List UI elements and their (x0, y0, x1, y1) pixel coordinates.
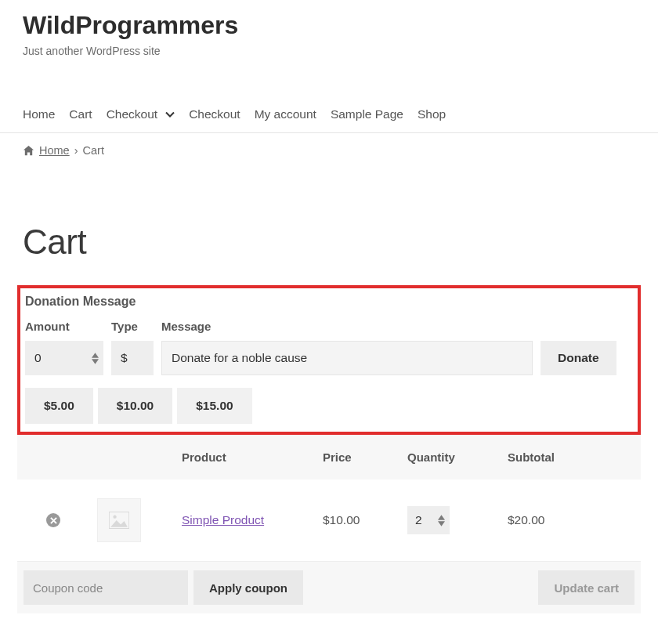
col-subtotal: Subtotal (500, 435, 641, 479)
donation-type-label: Type (111, 320, 154, 333)
update-cart-button[interactable]: Update cart (538, 570, 634, 605)
apply-coupon-button[interactable]: Apply coupon (193, 570, 303, 605)
price-value: $10.00 (315, 479, 400, 562)
nav-item-shop[interactable]: Shop (418, 107, 446, 121)
home-icon (23, 145, 34, 157)
nav-item-checkout[interactable]: Checkout (189, 107, 240, 121)
nav-item-sample-page[interactable]: Sample Page (331, 107, 403, 121)
col-quantity: Quantity (400, 435, 500, 479)
donate-button[interactable]: Donate (540, 341, 616, 375)
col-price: Price (315, 435, 400, 479)
product-thumbnail[interactable] (97, 498, 141, 542)
subtotal-value: $20.00 (500, 479, 641, 562)
donation-message-input[interactable] (161, 341, 533, 375)
number-spinner-icon[interactable] (92, 353, 99, 364)
table-row: Simple Product $10.00 $20.00 (17, 479, 641, 562)
nav-item-checkout-parent[interactable]: Checkout (107, 107, 175, 121)
site-title: WildProgrammers (23, 0, 635, 40)
nav-item-label: Checkout (107, 107, 157, 121)
placeholder-image-icon (109, 512, 129, 529)
donation-heading: Donation Message (24, 295, 634, 309)
nav-item-my-account[interactable]: My account (255, 107, 316, 121)
chevron-down-icon (165, 110, 175, 119)
breadcrumb-current: Cart (83, 144, 104, 157)
donation-box: Donation Message Amount Type $ Message (17, 285, 641, 435)
col-remove (17, 435, 89, 479)
donation-amount-label: Amount (25, 320, 103, 333)
number-spinner-icon[interactable] (438, 515, 445, 526)
donation-preset-2[interactable]: $10.00 (98, 388, 172, 424)
nav-item-home[interactable]: Home (23, 107, 55, 121)
cart-actions: Apply coupon Update cart (17, 562, 641, 613)
donation-preset-1[interactable]: $5.00 (25, 388, 93, 424)
page-title: Cart (0, 223, 658, 262)
remove-item-button[interactable] (46, 513, 60, 527)
breadcrumb: Home › Cart (0, 133, 658, 168)
donation-message-label: Message (161, 320, 533, 333)
svg-point-1 (113, 516, 116, 519)
nav-item-cart[interactable]: Cart (69, 107, 92, 121)
breadcrumb-home-link[interactable]: Home (39, 144, 70, 157)
coupon-code-input[interactable] (24, 570, 188, 605)
cart-table: Product Price Quantity Subtotal Simple (17, 435, 641, 562)
col-thumb (89, 435, 174, 479)
donation-preset-3[interactable]: $15.00 (177, 388, 251, 424)
col-product: Product (174, 435, 315, 479)
close-icon (50, 517, 57, 524)
product-link[interactable]: Simple Product (182, 513, 264, 526)
breadcrumb-separator: › (74, 144, 78, 157)
site-tagline: Just another WordPress site (23, 45, 635, 57)
primary-nav: Home Cart Checkout Checkout My account S… (0, 98, 658, 133)
donation-type-value: $ (111, 341, 154, 375)
